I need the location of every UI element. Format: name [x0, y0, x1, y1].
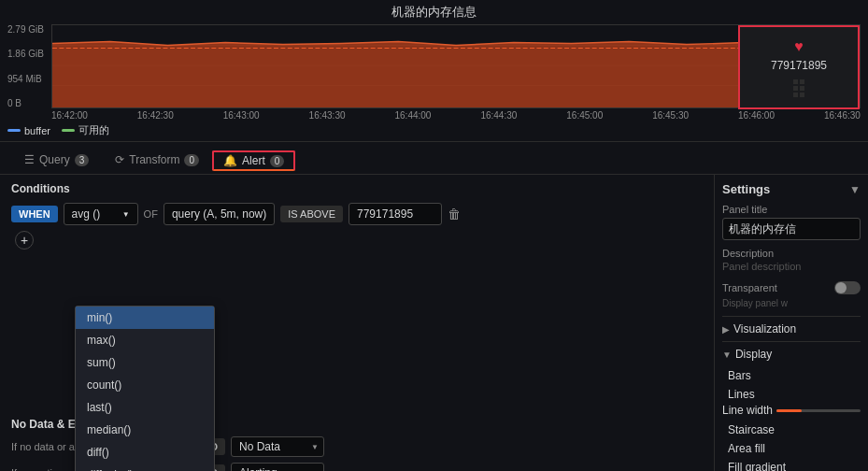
query-icon: ☰: [24, 153, 35, 166]
y-label-3: 954 MiB: [7, 74, 44, 84]
dropdown-item-last[interactable]: last(): [76, 396, 214, 419]
transform-icon: ⟳: [115, 153, 124, 166]
dropdown-item-min[interactable]: min(): [76, 307, 214, 329]
query-value: query (A, 5m, now): [172, 207, 266, 221]
chart-x-labels: 16:42:00 16:42:30 16:43:00 16:43:30 16:4…: [51, 108, 861, 121]
description-label: Description: [722, 248, 861, 259]
y-label-1: 2.79 GiB: [7, 24, 44, 35]
is-above-label: IS ABOVE: [280, 206, 343, 222]
x-label-6: 16:44:30: [480, 110, 517, 121]
no-data-select[interactable]: No Data Alerting Keep State Ok: [231, 436, 324, 457]
tabs-row: ☰ Query 3 ⟳ Transform 0 🔔 Alert 0: [0, 142, 868, 175]
display-linewidth-label[interactable]: Line width: [722, 404, 773, 417]
viz-chevron-icon: ▶: [722, 324, 730, 335]
display-lines[interactable]: Lines: [722, 385, 861, 404]
heart-icon: ♥: [794, 38, 804, 55]
dropdown-item-max[interactable]: max(): [76, 329, 214, 351]
tooltip-value: 779171895: [771, 59, 827, 72]
error-select[interactable]: Alerting No Data Keep State Ok: [231, 463, 324, 471]
toggle-knob: [835, 282, 847, 293]
x-label-8: 16:45:30: [652, 110, 689, 121]
tab-alert-badge: 0: [270, 155, 285, 167]
display-label: Display: [735, 348, 772, 361]
legend-buffer-label: buffer: [24, 125, 50, 136]
display-areafill[interactable]: Area fill: [722, 439, 861, 458]
tab-transform-badge: 0: [184, 154, 199, 166]
x-label-4: 16:43:30: [309, 110, 346, 121]
divider-2: [722, 341, 861, 342]
chart-legend: buffer 可用的: [7, 123, 861, 137]
plus-icon: +: [21, 233, 28, 248]
tab-transform-label: Transform: [129, 153, 179, 166]
display-bars[interactable]: Bars: [722, 366, 861, 385]
transparent-toggle[interactable]: [834, 281, 861, 294]
left-panel: Conditions WHEN avg () ▼ OF query (A, 5m…: [0, 175, 714, 471]
tab-query[interactable]: ☰ Query 3: [11, 148, 102, 174]
panel-title-label: Panel title: [722, 204, 861, 215]
dropdown-item-diff[interactable]: diff(): [76, 441, 214, 464]
x-label-2: 16:42:30: [137, 110, 174, 121]
add-condition-button[interactable]: +: [15, 231, 34, 250]
dropdown-item-count[interactable]: count(): [76, 374, 214, 396]
transparent-row: Transparent: [722, 281, 861, 294]
x-label-3: 16:43:00: [223, 110, 260, 121]
panel-title-input[interactable]: [722, 218, 861, 240]
legend-available: 可用的: [62, 123, 109, 137]
display-chevron-icon: ▼: [722, 350, 732, 360]
x-label-10: 16:46:30: [824, 110, 861, 121]
linewidth-track[interactable]: [776, 409, 861, 412]
avg-label: avg (): [72, 207, 101, 221]
display-staircase[interactable]: Staircase: [722, 421, 861, 439]
main-content: Conditions WHEN avg () ▼ OF query (A, 5m…: [0, 175, 868, 471]
chart-section: 机器的内存信息 2.79 GiB 1.86 GiB 954 MiB 0 B: [0, 0, 868, 142]
conditions-row: WHEN avg () ▼ OF query (A, 5m, now) IS A…: [11, 203, 703, 225]
transparent-label: Transparent: [722, 282, 777, 293]
visualization-label: Visualization: [733, 322, 796, 335]
conditions-title: Conditions: [11, 182, 703, 195]
tab-alert-label: Alert: [242, 154, 265, 167]
linewidth-fill: [776, 409, 802, 412]
tab-transform[interactable]: ⟳ Transform 0: [102, 148, 212, 174]
avg-chevron-icon: ▼: [122, 210, 130, 219]
avg-dropdown-menu: min() max() sum() count() last() median(…: [75, 306, 215, 471]
legend-buffer-color: [7, 129, 21, 132]
no-data-select-wrap: No Data Alerting Keep State Ok: [231, 436, 324, 457]
legend-available-label: 可用的: [78, 123, 109, 137]
dropdown-item-diff-abs[interactable]: diff_abs(): [76, 464, 214, 471]
tab-query-badge: 3: [75, 154, 90, 166]
threshold-input[interactable]: [349, 203, 442, 225]
legend-buffer: buffer: [7, 123, 50, 137]
divider-1: [722, 316, 861, 317]
delete-condition-button[interactable]: 🗑: [448, 207, 461, 221]
y-label-2: 1.86 GiB: [7, 49, 44, 59]
visualization-header[interactable]: ▶ Visualization: [722, 322, 861, 335]
transparent-sub: Display panel w: [722, 298, 861, 308]
settings-header: Settings ▼: [722, 182, 861, 196]
chart-canvas-area: ♥ 779171895: [51, 24, 861, 108]
when-label: WHEN: [11, 206, 58, 222]
settings-chevron-icon: ▼: [849, 183, 861, 196]
display-header[interactable]: ▼ Display: [722, 348, 861, 361]
avg-select[interactable]: avg () ▼: [64, 203, 138, 225]
y-label-4: 0 B: [7, 98, 44, 108]
tab-query-label: Query: [39, 153, 70, 166]
x-label-5: 16:44:00: [394, 110, 431, 121]
dropdown-item-sum[interactable]: sum(): [76, 351, 214, 374]
query-box: query (A, 5m, now): [164, 203, 275, 225]
x-label-7: 16:45:00: [566, 110, 603, 121]
tab-alert[interactable]: 🔔 Alert 0: [212, 150, 295, 171]
dropdown-item-median[interactable]: median(): [76, 419, 214, 441]
chart-y-labels: 2.79 GiB 1.86 GiB 954 MiB 0 B: [7, 24, 48, 108]
description-placeholder: Panel description: [722, 261, 861, 272]
settings-title: Settings: [722, 182, 770, 196]
right-panel: Settings ▼ Panel title Description Panel…: [714, 175, 868, 471]
chart-title: 机器的内存信息: [7, 4, 861, 21]
alert-icon: 🔔: [223, 154, 237, 167]
error-select-wrap: Alerting No Data Keep State Ok: [231, 463, 324, 471]
display-fillgradient[interactable]: Fill gradient: [722, 458, 861, 471]
chart-tooltip: ♥ 779171895: [738, 25, 860, 109]
display-linewidth-row: Line width: [722, 404, 861, 417]
x-label-1: 16:42:00: [51, 110, 88, 121]
x-label-9: 16:46:00: [738, 110, 775, 121]
of-label: OF: [144, 208, 158, 220]
